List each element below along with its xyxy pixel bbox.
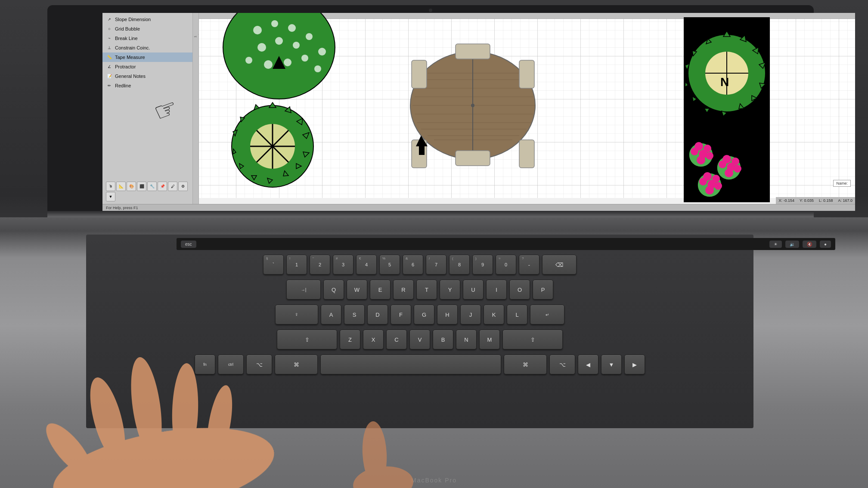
key-0[interactable]: =0	[496, 255, 516, 275]
laptop-hinge	[47, 211, 814, 218]
key-b[interactable]: B	[433, 330, 453, 349]
key-m[interactable]: M	[479, 330, 500, 349]
svg-point-43	[714, 182, 722, 190]
key-e[interactable]: E	[370, 280, 391, 300]
svg-point-108	[352, 464, 415, 488]
svg-point-51	[314, 65, 321, 72]
icon-btn-8[interactable]: ⚙	[178, 182, 188, 191]
coord-a: A: 167.0	[838, 198, 852, 203]
key-left[interactable]: ◀	[578, 355, 598, 374]
key-k[interactable]: K	[484, 305, 504, 324]
key-capslock[interactable]: ⇪	[275, 305, 318, 324]
key-o[interactable]: O	[509, 280, 530, 300]
icon-btn-5[interactable]: 🔧	[147, 182, 157, 191]
key-q[interactable]: Q	[323, 280, 344, 300]
touch-siri[interactable]: ●	[820, 241, 831, 248]
key-down[interactable]: ▼	[601, 355, 622, 374]
touch-mute[interactable]: 🔇	[803, 241, 816, 248]
key-cmd-right[interactable]: ⌘	[504, 355, 547, 374]
key-7[interactable]: /7	[426, 255, 446, 275]
key-y[interactable]: Y	[440, 280, 460, 300]
icon-btn-1[interactable]: 🖱	[106, 182, 115, 191]
key-return[interactable]: ↵	[530, 305, 564, 324]
canvas-area[interactable]: N	[193, 13, 855, 204]
key-5[interactable]: %5	[379, 255, 400, 275]
tool-tape-measure[interactable]: 📏 Tape Measure	[102, 53, 192, 62]
key-f[interactable]: F	[391, 305, 411, 324]
key-4[interactable]: €4	[356, 255, 377, 275]
key-row-bottom: fn ctrl ⌥ ⌘ ⌘ ⌥ ◀ ▼ ▶	[95, 353, 745, 376]
key-backspace[interactable]: ⌫	[542, 255, 577, 275]
key-space[interactable]	[320, 355, 501, 374]
key-u[interactable]: U	[463, 280, 484, 300]
icon-btn-4[interactable]: ⬛	[137, 182, 146, 191]
tool-slope-dimension[interactable]: ↗ Slope Dimension	[102, 15, 192, 24]
touch-volume-down[interactable]: 🔉	[785, 241, 799, 248]
key-i[interactable]: I	[486, 280, 507, 300]
icon-btn-2[interactable]: 📐	[116, 182, 126, 191]
key-section[interactable]: §`	[263, 255, 284, 275]
key-w[interactable]: W	[347, 280, 367, 300]
tool-redline[interactable]: ✏ Redline	[102, 81, 192, 90]
svg-point-57	[284, 59, 291, 66]
tool-protractor[interactable]: ∠ Protractor	[102, 62, 192, 71]
key-r[interactable]: R	[393, 280, 414, 300]
tool-general-notes[interactable]: 📝 General Notes	[102, 71, 192, 81]
laptop-shell: ↗ Slope Dimension ○ Grid Bubble ~ Break …	[0, 0, 868, 488]
break-line-icon: ~	[106, 35, 113, 42]
key-1[interactable]: !1	[286, 255, 307, 275]
svg-point-36	[734, 165, 741, 173]
icon-btn-9[interactable]: ▼	[106, 192, 115, 201]
touch-esc[interactable]: esc	[181, 241, 196, 248]
key-alt-left[interactable]: ⌥	[246, 355, 272, 374]
key-2[interactable]: "2	[310, 255, 330, 275]
tool-constrain-coinc[interactable]: ⊥ Constrain Coinc.	[102, 43, 192, 53]
tool-break-line[interactable]: ~ Break Line	[102, 34, 192, 43]
coord-y: Y: 0.035	[800, 198, 814, 203]
key-fn[interactable]: fn	[195, 355, 215, 374]
key-v[interactable]: V	[409, 330, 430, 349]
status-bar: For Help, press F1	[102, 204, 855, 211]
icon-btn-3[interactable]: 🎨	[127, 182, 136, 191]
key-h[interactable]: H	[437, 305, 458, 324]
key-9[interactable]: )9	[472, 255, 493, 275]
key-a[interactable]: A	[321, 305, 341, 324]
icon-btn-7[interactable]: 🖊	[168, 182, 177, 191]
redline-icon: ✏	[106, 82, 113, 89]
key-t[interactable]: T	[416, 280, 437, 300]
key-p[interactable]: P	[533, 280, 553, 300]
key-c[interactable]: C	[386, 330, 407, 349]
key-shift-right[interactable]: ⇧	[502, 330, 563, 349]
key-tab[interactable]: →|	[286, 280, 321, 300]
svg-point-53	[275, 37, 283, 45]
key-x[interactable]: X	[363, 330, 384, 349]
key-s[interactable]: S	[344, 305, 365, 324]
svg-point-52	[257, 43, 266, 52]
key-g[interactable]: G	[414, 305, 434, 324]
key-ctrl[interactable]: ctrl	[218, 355, 244, 374]
key-d[interactable]: D	[367, 305, 388, 324]
key-n[interactable]: N	[456, 330, 477, 349]
svg-point-46	[253, 26, 262, 34]
svg-point-58	[301, 55, 308, 62]
key-alt-right[interactable]: ⌥	[549, 355, 575, 374]
svg-point-34	[719, 161, 726, 168]
svg-point-48	[288, 24, 296, 32]
key-6[interactable]: &6	[403, 255, 423, 275]
key-3[interactable]: #3	[333, 255, 353, 275]
key-j[interactable]: J	[460, 305, 481, 324]
key-8[interactable]: (8	[449, 255, 470, 275]
key-dash[interactable]: ?-	[519, 255, 539, 275]
key-right[interactable]: ▶	[624, 355, 645, 374]
key-cmd-left[interactable]: ⌘	[275, 355, 318, 374]
touch-brightness[interactable]: ☀	[769, 241, 782, 248]
key-z[interactable]: Z	[340, 330, 360, 349]
svg-point-27	[691, 148, 698, 155]
tool-grid-bubble[interactable]: ○ Grid Bubble	[102, 24, 192, 34]
svg-rect-98	[412, 60, 427, 88]
key-shift-left[interactable]: ⇧	[277, 330, 337, 349]
key-l[interactable]: L	[507, 305, 527, 324]
svg-point-47	[271, 20, 278, 27]
icon-btn-6[interactable]: 📌	[158, 182, 167, 191]
svg-point-109	[361, 421, 388, 487]
